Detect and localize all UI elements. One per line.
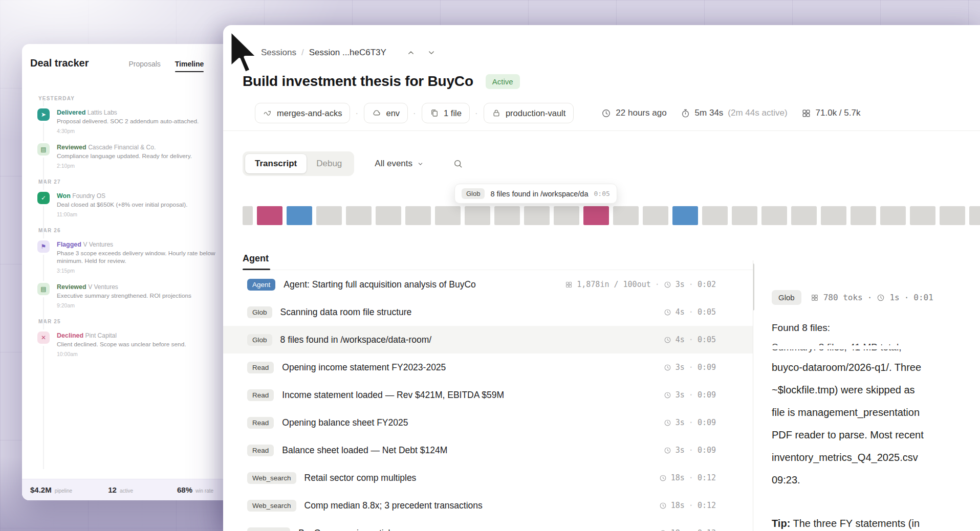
timeline-item-body: Flagged V Ventures Phase 3 scope exceeds… [57, 240, 220, 274]
timeline-block[interactable] [969, 206, 980, 225]
timeline-item-time: 2:10pm [57, 163, 192, 169]
timeline-block[interactable] [702, 206, 728, 225]
event-row[interactable]: Read Balance sheet loaded — Net Debt $12… [223, 436, 753, 464]
meta-value: 5m 34s [695, 108, 724, 118]
event-tokens-value: 1,878in / 100out [577, 280, 651, 289]
event-tool-badge: Web_search [247, 472, 296, 484]
timeline-item-status: Reviewed [57, 283, 86, 291]
event-text: Agent: Starting full acquisition analysi… [284, 279, 555, 290]
event-tool-badge: Read [247, 389, 274, 401]
timeline-block[interactable] [494, 206, 520, 225]
timeline-item-body: Reviewed V Ventures Executive summary st… [57, 283, 191, 308]
timeline-block[interactable] [316, 206, 342, 225]
timeline-block[interactable] [257, 206, 282, 225]
tooltip-text: 8 files found in /workspace/da [490, 190, 588, 198]
timeline-block[interactable] [405, 206, 431, 225]
clock-icon [664, 281, 671, 289]
timeline-block[interactable] [672, 206, 698, 225]
timeline-item-time: 4:30pm [57, 128, 199, 134]
timeline-block[interactable] [851, 206, 876, 225]
status-badge: Active [486, 74, 520, 89]
clock-icon [659, 474, 667, 482]
event-row[interactable]: Read Income statement loaded — Rev $421M… [223, 381, 753, 409]
timeline-block[interactable] [761, 206, 787, 225]
event-text: Balance sheet loaded — Net Debt $124M [282, 445, 654, 456]
event-meta: · 18s · 0:12 [659, 501, 716, 510]
events-filter-dropdown[interactable]: All events [375, 159, 424, 169]
deal-tracker-tab[interactable]: Timeline [175, 60, 204, 72]
event-row[interactable]: Agent Agent: Starting full acquisition a… [223, 271, 753, 298]
event-tool-badge: Read [247, 417, 274, 429]
timeline-block[interactable] [346, 206, 372, 225]
timeline-block[interactable] [940, 206, 965, 225]
timeline-block[interactable] [583, 206, 609, 225]
timeline-block[interactable] [435, 206, 461, 225]
event-text: 8 files found in /workspace/data-room/ [280, 335, 654, 345]
search-button[interactable] [453, 159, 463, 169]
event-duration: 18s [671, 501, 685, 510]
timeline-block[interactable] [732, 206, 757, 225]
event-tool-badge: Web_fetch [247, 527, 290, 531]
timeline-block[interactable] [465, 206, 490, 225]
clock-icon [877, 294, 885, 302]
meta-sub: (2m 44s active) [728, 108, 787, 118]
view-tab[interactable]: Debug [307, 154, 352, 173]
timeline-block[interactable] [287, 206, 312, 225]
scrollbar-thumb[interactable] [753, 263, 754, 311]
timeline-block[interactable] [821, 206, 846, 225]
event-row[interactable]: Web_fetch BuyCo expansion article · 18s … [223, 519, 753, 531]
deal-tracker-tab[interactable]: Proposals [129, 60, 161, 72]
event-duration: 3s [676, 418, 685, 427]
clock-icon [664, 391, 671, 399]
timeline-block[interactable] [554, 206, 579, 225]
timeline-item-title: Reviewed V Ventures [57, 283, 191, 291]
timeline-block[interactable] [613, 206, 639, 225]
event-row[interactable]: Web_search Retail sector comp multiples … [223, 464, 753, 492]
timeline-item-description: Compliance language updated. Ready for d… [57, 152, 192, 160]
stat: 68% win rate [177, 485, 213, 494]
detail-tokens: 780 toks [823, 293, 863, 302]
session-title-row: Build investment thesis for BuyCo Active [243, 73, 520, 90]
breadcrumb: Sessions / Session ...heC6T3Y [261, 47, 438, 59]
event-row[interactable]: Read Opening balance sheet FY2025 · 3s ·… [223, 409, 753, 436]
timeline-item-title: Reviewed Cascade Financial & Co. [57, 144, 192, 151]
timeline-item-time: 11:00am [57, 211, 187, 217]
timeline-item-icon: ➤ [37, 108, 50, 121]
event-tool-badge: Glob [247, 334, 272, 346]
event-timestamp: 0:13 [698, 528, 716, 531]
event-duration: 18s [671, 528, 685, 531]
event-row[interactable]: Web_search Comp median 8.8x; 3 precedent… [223, 492, 753, 519]
stat-value: $4.2M [30, 485, 52, 494]
timeline-block[interactable] [524, 206, 550, 225]
session-meta-row: merges-and-acks env 1 file production-va… [255, 103, 860, 123]
event-timestamp: 0:12 [698, 501, 716, 510]
chevron-down-icon [417, 160, 424, 168]
meta-icon [801, 108, 811, 118]
event-tool-badge: Read [247, 445, 274, 456]
transcript-section-label: Agent [243, 253, 270, 270]
session-chip[interactable]: env [364, 103, 408, 123]
next-session-button[interactable] [425, 47, 438, 59]
timeline-block[interactable] [643, 206, 668, 225]
session-chip[interactable]: production-vault [484, 103, 574, 123]
previous-session-button[interactable] [405, 47, 417, 59]
timeline-block[interactable] [376, 206, 401, 225]
event-row[interactable]: Read Opening income statement FY2023-202… [223, 353, 753, 381]
event-row[interactable]: Glob 8 files found in /workspace/data-ro… [223, 326, 753, 353]
timeline-item-icon: ✕ [37, 331, 50, 344]
timeline-block[interactable] [910, 206, 935, 225]
session-chip[interactable]: 1 file [422, 103, 470, 123]
chip-label: env [386, 108, 400, 118]
view-tab[interactable]: Transcript [245, 154, 307, 173]
session-chip[interactable]: merges-and-acks [255, 103, 350, 123]
timeline-block[interactable] [880, 206, 906, 225]
breadcrumb-sessions[interactable]: Sessions [261, 48, 296, 58]
stat-value: 68% [177, 485, 192, 494]
event-meta: · 3s · 0:09 [664, 390, 716, 400]
event-timestamp: 0:09 [698, 363, 716, 372]
event-duration: 4s [676, 335, 685, 344]
timeline-block[interactable] [791, 206, 817, 225]
timeline-block[interactable] [243, 206, 253, 225]
timeline-item-company: V Ventures [83, 241, 113, 248]
event-row[interactable]: Glob Scanning data room file structure ·… [223, 298, 753, 326]
